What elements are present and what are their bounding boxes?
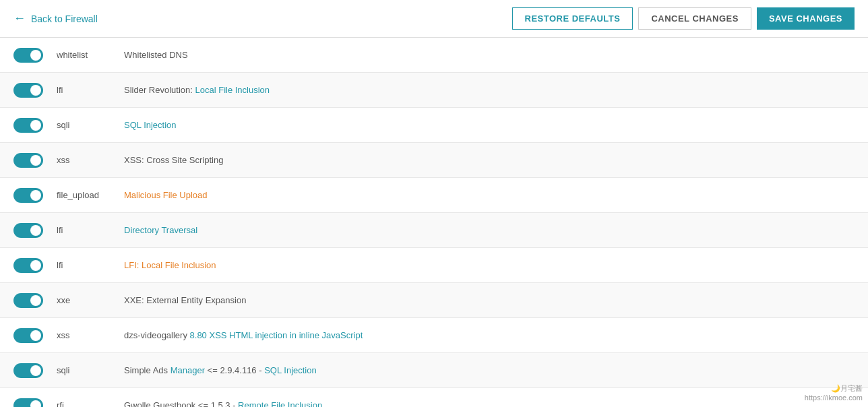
rule-toggle[interactable]: [13, 223, 43, 238]
table-row: xxe XXE: External Entity Expansion: [0, 283, 868, 318]
rule-tag: lfi: [43, 225, 124, 235]
rule-tag: lfi: [43, 260, 124, 270]
rule-tag: xss: [43, 330, 124, 340]
rule-toggle[interactable]: [13, 258, 43, 273]
rule-tag: lfi: [43, 85, 124, 95]
rule-link-text: Remote File Inclusion: [238, 400, 322, 407]
rule-link-text-2: SQL Injection: [264, 365, 317, 375]
rule-toggle[interactable]: [13, 48, 43, 63]
rule-tag: sqli: [43, 120, 124, 130]
rule-tag: whitelist: [43, 50, 124, 60]
rule-toggle[interactable]: [13, 153, 43, 168]
back-to-firewall-link[interactable]: ← Back to Firewall: [13, 11, 98, 26]
header-buttons: RESTORE DEFAULTS CANCEL CHANGES SAVE CHA…: [512, 7, 855, 30]
rule-description: Directory Traversal: [124, 225, 855, 235]
restore-defaults-button[interactable]: RESTORE DEFAULTS: [512, 7, 633, 30]
rule-link-text: 8.80 XSS HTML injection in inline JavaSc…: [190, 330, 363, 340]
rule-tag: file_upload: [43, 190, 124, 200]
rule-link-text: SQL Injection: [124, 120, 177, 130]
rule-toggle[interactable]: [13, 83, 43, 98]
rule-description: Whitelisted DNS: [124, 50, 855, 60]
table-row: whitelist Whitelisted DNS: [0, 38, 868, 73]
rule-toggle[interactable]: [13, 188, 43, 203]
rule-tag: rfi: [43, 400, 124, 407]
save-changes-button[interactable]: SAVE CHANGES: [757, 7, 855, 30]
rule-link-text: Manager: [170, 365, 205, 375]
rule-description: Gwolle Guestbook <= 1.5.3 - Remote File …: [124, 400, 855, 407]
table-row: sqli SQL Injection: [0, 108, 868, 143]
table-row: xss XSS: Cross Site Scripting: [0, 143, 868, 178]
rule-description: Malicious File Upload: [124, 190, 855, 200]
rule-toggle[interactable]: [13, 398, 43, 408]
rule-description: Simple Ads Manager <= 2.9.4.116 - SQL In…: [124, 365, 855, 375]
rule-tag: sqli: [43, 365, 124, 375]
back-arrow-icon: ←: [13, 11, 26, 26]
rule-toggle[interactable]: [13, 293, 43, 308]
rule-link-text: Local File Inclusion: [195, 85, 270, 95]
rule-description: Slider Revolution: Local File Inclusion: [124, 85, 855, 95]
rule-tag: xxe: [43, 295, 124, 305]
back-link-label: Back to Firewall: [31, 13, 98, 24]
table-row: rfi Gwolle Guestbook <= 1.5.3 - Remote F…: [0, 388, 868, 407]
table-row: lfi LFI: Local File Inclusion: [0, 248, 868, 283]
watermark-line2: https://ikmoe.com: [805, 394, 863, 402]
table-row: file_upload Malicious File Upload: [0, 178, 868, 213]
table-row: lfi Slider Revolution: Local File Inclus…: [0, 73, 868, 108]
rule-description: XXE: External Entity Expansion: [124, 295, 855, 305]
watermark: 🌙月宅酱 https://ikmoe.com: [805, 383, 863, 402]
rule-tag: xss: [43, 155, 124, 165]
rule-description: dzs-videogallery 8.80 XSS HTML injection…: [124, 330, 855, 340]
table-row: xss dzs-videogallery 8.80 XSS HTML injec…: [0, 318, 868, 353]
rule-toggle[interactable]: [13, 363, 43, 378]
watermark-line1: 🌙月宅酱: [805, 383, 863, 394]
rule-description: LFI: Local File Inclusion: [124, 260, 855, 270]
rules-table: whitelist Whitelisted DNS lfi Slider Rev…: [0, 38, 868, 407]
rule-link-text: Directory Traversal: [124, 225, 197, 235]
rule-toggle[interactable]: [13, 118, 43, 133]
rule-description: SQL Injection: [124, 120, 855, 130]
header: ← Back to Firewall RESTORE DEFAULTS CANC…: [0, 0, 868, 38]
rule-toggle[interactable]: [13, 328, 43, 343]
rule-description: XSS: Cross Site Scripting: [124, 155, 855, 165]
table-row: lfi Directory Traversal: [0, 213, 868, 248]
table-row: sqli Simple Ads Manager <= 2.9.4.116 - S…: [0, 353, 868, 388]
cancel-changes-button[interactable]: CANCEL CHANGES: [638, 7, 751, 30]
